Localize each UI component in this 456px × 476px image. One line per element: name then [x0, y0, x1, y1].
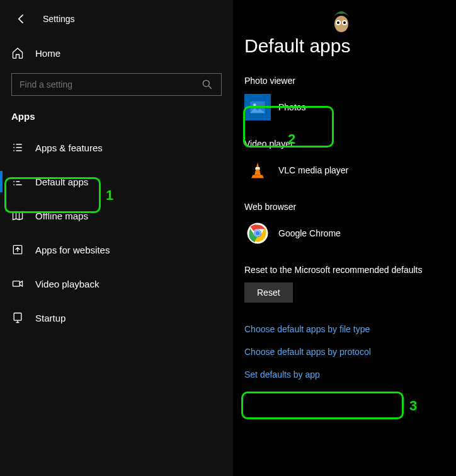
category-label-photo: Photo viewer — [244, 76, 456, 86]
link-list: Choose default apps by file type Choose … — [233, 324, 456, 380]
svg-point-9 — [255, 231, 260, 236]
category-label-browser: Web browser — [244, 202, 456, 212]
reset-label: Reset to the Microsoft recommended defau… — [244, 265, 456, 275]
svg-rect-3 — [14, 313, 21, 321]
home-icon — [11, 47, 24, 59]
sidebar-item-label: Apps & features — [35, 142, 103, 153]
sidebar-item-label: Apps for websites — [35, 245, 110, 255]
app-row-video[interactable]: VLC media player — [244, 156, 456, 184]
header-title: Settings — [43, 14, 75, 24]
svg-point-5 — [253, 103, 256, 107]
svg-point-14 — [343, 21, 346, 24]
external-icon — [11, 243, 24, 256]
sidebar-item-offline-maps[interactable]: Offline maps — [0, 199, 233, 233]
svg-rect-2 — [13, 281, 20, 286]
search-icon — [201, 78, 214, 91]
content-pane: Default apps Photo viewer Photos Video p… — [233, 0, 456, 476]
link-protocol[interactable]: Choose default apps by protocol — [244, 347, 456, 357]
list-icon — [11, 141, 24, 154]
link-by-app[interactable]: Set defaults by app — [244, 369, 456, 380]
sidebar-item-label: Default apps — [35, 177, 88, 187]
sidebar-item-apps-websites[interactable]: Apps for websites — [0, 233, 233, 267]
link-file-type[interactable]: Choose default apps by file type — [244, 324, 456, 334]
app-name: Google Chrome — [278, 228, 341, 238]
map-icon — [11, 209, 24, 222]
search-input[interactable] — [20, 79, 201, 90]
section-title: Apps — [0, 111, 233, 131]
app-row-browser[interactable]: Google Chrome — [244, 219, 456, 247]
app-name: Photos — [278, 102, 306, 112]
sidebar-item-startup[interactable]: Startup — [0, 301, 233, 335]
app-row-photo[interactable]: Photos — [244, 93, 456, 121]
sidebar-item-apps-features[interactable]: Apps & features — [0, 131, 233, 165]
reset-button[interactable]: Reset — [244, 282, 293, 303]
svg-point-0 — [203, 80, 209, 86]
page-title: Default apps — [244, 35, 456, 76]
sidebar-item-label: Offline maps — [35, 211, 88, 221]
photos-icon — [244, 94, 271, 120]
category-label-video: Video player — [244, 139, 456, 149]
sidebar-item-label: Startup — [35, 313, 66, 323]
mascot-icon — [330, 8, 353, 35]
arrow-left-icon — [15, 13, 28, 25]
back-button[interactable] — [11, 9, 31, 29]
home-label: Home — [35, 48, 60, 59]
search-box[interactable] — [11, 73, 222, 96]
header-row: Settings — [0, 9, 233, 42]
sidebar-item-label: Video playback — [35, 279, 99, 289]
sidebar: Settings Home Apps Apps & features — [0, 0, 233, 476]
video-icon — [11, 277, 24, 290]
svg-point-13 — [337, 21, 339, 24]
defaults-icon — [11, 175, 24, 188]
settings-root: Settings Home Apps Apps & features — [0, 0, 456, 476]
startup-icon — [11, 311, 24, 324]
sidebar-item-default-apps[interactable]: Default apps — [0, 165, 233, 199]
home-button[interactable]: Home — [0, 42, 233, 73]
app-name: VLC media player — [278, 165, 348, 175]
sidebar-item-video-playback[interactable]: Video playback — [0, 267, 233, 301]
chrome-icon — [244, 220, 271, 247]
vlc-icon — [244, 157, 271, 183]
